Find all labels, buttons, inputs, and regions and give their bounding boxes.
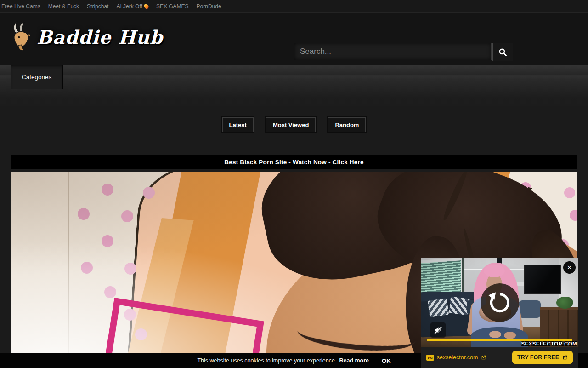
toplink-sex-games[interactable]: SEX GAMES: [156, 3, 189, 10]
top-links-bar: Free Live Cams Meet & Fuck Stripchat AI …: [0, 0, 588, 13]
ad-cta-button[interactable]: TRY FOR FREE: [512, 351, 573, 364]
toplink-ai-jerk-off-label: AI Jerk Off: [116, 3, 142, 10]
ad-watermark: SEXSELECTOR.COM: [521, 341, 577, 346]
ad-video-player[interactable]: SEXSELECTOR.COM ✕: [421, 258, 578, 347]
promo-banner-text: Best Black Porn Site - Watch Now - Click…: [224, 159, 363, 166]
cookie-ok-button[interactable]: OK: [382, 357, 391, 364]
ad-badge: Ad: [426, 355, 434, 361]
fire-icon: [143, 3, 149, 9]
toplink-free-live-cams[interactable]: Free Live Cams: [1, 3, 40, 10]
filter-row: Latest Most Viewed Random: [0, 107, 588, 143]
muted-speaker-icon: [433, 325, 443, 335]
filter-latest-button[interactable]: Latest: [222, 117, 254, 132]
ad-site-label: sexselector.com: [437, 354, 478, 361]
search-bar: [294, 43, 513, 61]
nav-categories[interactable]: Categories: [11, 65, 63, 89]
site-title: Baddie Hub: [37, 26, 163, 48]
video-ad-unit: SEXSELECTOR.COM ✕ Ad sexselector.com TRY…: [421, 258, 578, 368]
toplink-stripchat[interactable]: Stripchat: [87, 3, 108, 10]
toplink-meet-and-fuck[interactable]: Meet & Fuck: [48, 3, 79, 10]
toplink-ai-jerk-off[interactable]: AI Jerk Off: [116, 3, 148, 10]
ad-info-bar: Ad sexselector.com TRY FOR FREE: [421, 347, 578, 368]
external-link-icon: [481, 355, 486, 361]
ad-close-button[interactable]: ✕: [563, 261, 576, 274]
filter-random-button[interactable]: Random: [328, 117, 366, 132]
cookie-message: This website uses cookies to improve you…: [197, 357, 336, 364]
toplink-porndude[interactable]: PornDude: [197, 3, 221, 10]
search-icon: [498, 48, 507, 57]
ad-site-link[interactable]: Ad sexselector.com: [426, 354, 486, 361]
site-logo[interactable]: Baddie Hub: [8, 21, 163, 52]
replay-button[interactable]: [481, 283, 519, 322]
promo-banner[interactable]: Best Black Porn Site - Watch Now - Click…: [11, 155, 577, 169]
ad-cta-label: TRY FOR FREE: [517, 354, 559, 361]
header: Baddie Hub: [0, 13, 588, 65]
goat-icon: [8, 21, 35, 52]
page: Free Live Cams Meet & Fuck Stripchat AI …: [0, 0, 588, 368]
search-input[interactable]: [294, 43, 492, 60]
replay-icon: [488, 291, 512, 315]
external-link-icon: [562, 355, 568, 361]
cookie-read-more-link[interactable]: Read more: [339, 357, 369, 364]
search-button[interactable]: [492, 43, 513, 61]
nav-band: Categories: [0, 65, 588, 106]
filter-most-viewed-button[interactable]: Most Viewed: [266, 117, 316, 132]
mute-button[interactable]: [430, 322, 446, 338]
